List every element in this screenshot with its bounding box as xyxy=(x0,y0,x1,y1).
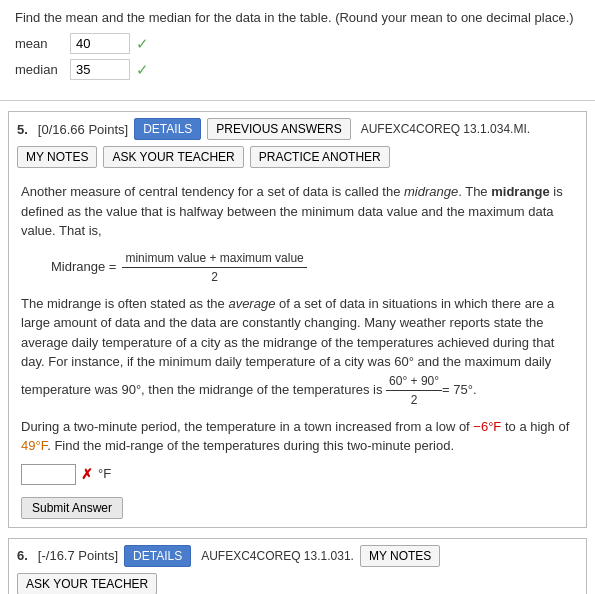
question-5-intro-para: Another measure of central tendency for … xyxy=(21,182,574,241)
q5-p3-text3: . Find the mid-range of the temperatures… xyxy=(47,438,454,453)
question-6-header: 6. [-/16.7 Points] DETAILS AUFEXC4COREQ … xyxy=(9,539,586,595)
question-5-body: Another measure of central tendency for … xyxy=(9,174,586,527)
question-6-points: [-/16.7 Points] xyxy=(38,548,118,563)
q5-x-mark-icon: ✗ xyxy=(81,464,93,485)
q5-pos49: 49°F xyxy=(21,438,47,453)
details-button-5[interactable]: DETAILS xyxy=(134,118,201,140)
question-5-header: 5. [0/16.66 Points] DETAILS PREVIOUS ANS… xyxy=(9,112,586,146)
q5-text1: Another measure of central tendency for … xyxy=(21,184,404,199)
q5-answer-area: ✗ °F xyxy=(21,464,574,485)
q5-p3-text2: to a high of xyxy=(501,419,569,434)
question-5-points: [0/16.66 Points] xyxy=(38,122,128,137)
details-button-6[interactable]: DETAILS xyxy=(124,545,191,567)
ask-teacher-button-5[interactable]: ASK YOUR TEACHER xyxy=(103,146,243,168)
question-5-block: 5. [0/16.66 Points] DETAILS PREVIOUS ANS… xyxy=(8,111,587,528)
question-5-btn-row: MY NOTES ASK YOUR TEACHER PRACTICE ANOTH… xyxy=(9,146,586,174)
question-5-number: 5. xyxy=(17,122,28,137)
q5-equals75: = 75°. xyxy=(442,381,476,396)
q5-fraction2: 60° + 90°2 xyxy=(386,372,442,409)
mean-check-icon: ✓ xyxy=(136,35,149,53)
top-section: Find the mean and the median for the dat… xyxy=(0,0,595,101)
q5-midrange-italic: midrange xyxy=(404,184,458,199)
q5-midrange-eq-label: Midrange = xyxy=(51,257,116,277)
q5-fraction-denominator: 2 xyxy=(208,268,221,286)
q5-para3: During a two-minute period, the temperat… xyxy=(21,417,574,456)
q5-fraction-numerator: minimum value + maximum value xyxy=(122,249,306,268)
course-code-6: AUFEXC4COREQ 13.1.031. xyxy=(201,549,354,563)
q5-frac2-den: 2 xyxy=(408,391,421,409)
q5-answer-input[interactable] xyxy=(21,464,76,485)
q5-para2: The midrange is often stated as the aver… xyxy=(21,294,574,409)
median-row: median ✓ xyxy=(15,59,580,80)
q5-midrange-bold: midrange xyxy=(491,184,550,199)
mean-input[interactable] xyxy=(70,33,130,54)
median-label: median xyxy=(15,62,70,77)
my-notes-button-5[interactable]: MY NOTES xyxy=(17,146,97,168)
q5-submit-button[interactable]: Submit Answer xyxy=(21,497,123,519)
q5-p2-text1: The midrange is often stated as the xyxy=(21,296,228,311)
q5-p3-text1: During a two-minute period, the temperat… xyxy=(21,419,473,434)
prev-answers-button-5[interactable]: PREVIOUS ANSWERS xyxy=(207,118,350,140)
median-input[interactable] xyxy=(70,59,130,80)
my-notes-button-6[interactable]: MY NOTES xyxy=(360,545,440,567)
top-prompt: Find the mean and the median for the dat… xyxy=(15,10,580,25)
median-check-icon: ✓ xyxy=(136,61,149,79)
q5-formula-block: Midrange = minimum value + maximum value… xyxy=(51,249,574,286)
question-6-block: 6. [-/16.7 Points] DETAILS AUFEXC4COREQ … xyxy=(8,538,587,595)
practice-another-button-5[interactable]: PRACTICE ANOTHER xyxy=(250,146,390,168)
question-6-number: 6. xyxy=(17,548,28,563)
q5-formula-line: Midrange = minimum value + maximum value… xyxy=(51,249,574,286)
q5-frac2-num: 60° + 90° xyxy=(386,372,442,391)
mean-label: mean xyxy=(15,36,70,51)
course-code-5: AUFEXC4COREQ 13.1.034.MI. xyxy=(361,122,530,136)
q5-average-italic: average xyxy=(228,296,275,311)
q5-unit-label: °F xyxy=(98,464,111,484)
ask-teacher-button-6[interactable]: ASK YOUR TEACHER xyxy=(17,573,157,595)
q5-text2: . The xyxy=(458,184,491,199)
mean-row: mean ✓ xyxy=(15,33,580,54)
q5-neg6: −6°F xyxy=(473,419,501,434)
q5-fraction: minimum value + maximum value 2 xyxy=(122,249,306,286)
